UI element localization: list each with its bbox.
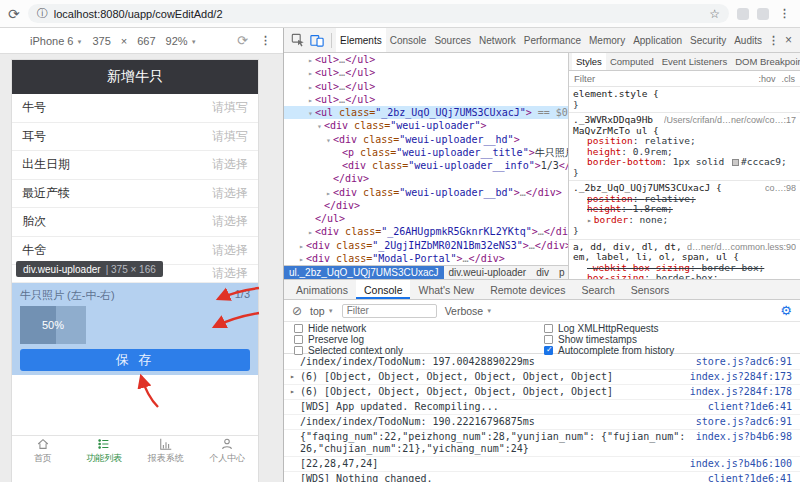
dom-tree-node[interactable]: ▸<div class="Modal-Portal">…</div> [284,252,568,265]
zoom-select[interactable]: 92% ▼ [166,35,197,47]
drawer-tab-search[interactable]: Search [573,280,622,299]
expand-arrow-icon[interactable]: ▸ [290,386,300,398]
console-setting-show-timestamps[interactable]: Show timestamps [544,334,790,345]
form-row[interactable]: 胎次请选择 [12,208,258,237]
form-row[interactable]: 牛号请填写 [12,94,258,123]
disclosure-arrow-icon[interactable]: ▸ [306,54,315,66]
devtools-tab-memory[interactable]: Memory [585,28,629,52]
rotate-icon[interactable]: ⟳ [237,33,248,48]
disclosure-arrow-icon[interactable]: ▸ [324,187,333,199]
expand-arrow-icon[interactable]: ▸ [290,371,300,383]
color-swatch[interactable] [732,159,739,166]
class-toggle[interactable]: .cls [782,74,796,84]
disclosure-arrow-icon[interactable]: ▾ [324,134,333,146]
upload-thumbnail[interactable]: 50% [20,306,86,344]
console-source-link[interactable]: index.js?b4b6:100 [690,458,792,470]
dom-tree-node[interactable]: ▸<div class="_26AHUgpmkR5GknrKL2YKtq">…<… [284,225,568,238]
console-setting-log-xmlhttprequests[interactable]: Log XMLHttpRequests [544,323,790,334]
checkbox[interactable] [294,346,303,355]
drawer-tab-console[interactable]: Console [356,280,411,299]
styles-tab-styles[interactable]: Styles [572,53,606,70]
checkbox[interactable] [544,335,553,344]
devtools-tab-console[interactable]: Console [386,28,431,52]
devtools-tab-security[interactable]: Security [686,28,730,52]
disclosure-arrow-icon[interactable]: ▸ [297,253,306,265]
device-toolbar-menu-icon[interactable]: ⋮ [258,34,273,47]
dom-tree-node[interactable]: ▸<ul>…</ul> [284,93,568,106]
device-height-input[interactable]: 667 [137,35,155,47]
dom-tree-node[interactable]: ▸<ul>…</ul> [284,53,568,66]
devtools-tab-application[interactable]: Application [629,28,686,52]
breadcrumb-item[interactable]: div.weui-uploader [444,266,532,279]
clear-console-icon[interactable]: ⊘ [292,304,302,318]
drawer-tab-remote-devices[interactable]: Remote devices [482,280,573,299]
console-source-link[interactable]: store.js?adc6:91 [696,356,792,368]
styles-tab-dom-breakpoints[interactable]: DOM Breakpoints [731,53,800,70]
log-level-select[interactable]: Verbose▼ [445,305,492,317]
drawer-tab-sensors[interactable]: Sensors [623,280,678,299]
dom-tree-node[interactable]: ▸<ul>…</ul> [284,80,568,93]
browser-menu-icon[interactable]: ⋮ [777,7,792,20]
pseudo-state-toggle[interactable]: :hov [758,74,775,84]
console-setting-hide-network[interactable]: Hide network [294,323,544,334]
tabbar-item-home[interactable]: 首页 [12,436,74,466]
disclosure-arrow-icon[interactable]: ▸ [306,94,315,106]
url-text[interactable]: localhost:8080/uapp/cowEditAdd/2 [54,8,704,20]
extension-icon[interactable] [737,8,749,20]
devtools-tab-audits[interactable]: Audits [730,28,766,52]
devtools-tab-sources[interactable]: Sources [430,28,475,52]
save-button[interactable]: 保 存 [20,349,250,371]
inspect-element-icon[interactable] [289,32,307,48]
stylesheet-link[interactable]: co…:98 [765,183,796,194]
breadcrumb-item[interactable]: ul._2bz_UqO_UQj7UMS3CUxacJ [284,266,444,279]
console-source-link[interactable]: index.js?284f:173 [690,371,792,383]
devtools-tab-elements[interactable]: Elements [336,28,386,52]
form-row[interactable]: 出生日期请选择 [12,151,258,180]
devtools-menu-icon[interactable]: ⋮ [766,34,781,47]
checkbox[interactable] [544,324,553,333]
console-source-link[interactable]: index.js?284f:178 [690,386,792,398]
checkbox[interactable] [294,324,303,333]
extension-icon[interactable] [757,8,769,20]
console-filter-input[interactable] [342,304,437,318]
disclosure-arrow-icon[interactable]: ▸ [306,226,315,238]
disclosure-arrow-icon[interactable]: ▾ [315,120,324,132]
disclosure-arrow-icon[interactable]: ▸ [306,67,315,79]
styles-tab-event-listeners[interactable]: Event Listeners [658,53,731,70]
dom-tree-node[interactable]: ▾<div class="weui-uploader"> [284,119,568,132]
dom-tree-node[interactable]: ▾<div class="weui-uploader__hd"> [284,133,568,146]
dom-tree-node[interactable]: <div class="weui-uploader__info">1/3</di… [284,159,568,172]
checkbox[interactable] [544,346,553,355]
address-bar[interactable]: ⓘ localhost:8080/uapp/cowEditAdd/2 ☆ [28,4,729,23]
checkbox[interactable] [294,335,303,344]
dom-tree-node[interactable]: ▸<div class="_2UgjIHZbMR02N1Bm32eNS3">…<… [284,239,568,252]
drawer-tab-animations[interactable]: Animations [288,280,356,299]
tabbar-item-list[interactable]: 功能列表 [74,436,136,466]
console-source-link[interactable]: index.js?b4b6:98 [696,431,792,455]
console-setting-preserve-log[interactable]: Preserve log [294,334,544,345]
disclosure-arrow-icon[interactable]: ▾ [306,107,315,119]
console-settings-icon[interactable]: ⚙ [780,303,792,318]
dom-tree-node[interactable]: ▸<ul>…</ul> [284,66,568,79]
tabbar-item-profile[interactable]: 个人中心 [197,436,259,466]
stylesheet-link[interactable]: /Users/crifan/d…ner/cow/co…:17 [664,115,796,126]
console-source-link[interactable]: store.js?adc6:91 [696,416,792,428]
disclosure-arrow-icon[interactable]: ▸ [297,240,306,252]
device-toggle-icon[interactable] [309,32,327,48]
styles-tab-computed[interactable]: Computed [606,53,658,70]
dom-tree-node[interactable]: <p class="weui-uploader__title">牛只照片 (左-… [284,146,568,159]
reload-icon[interactable]: ⟳ [8,7,20,21]
css-property[interactable]: ▸border: none; [573,215,796,227]
breadcrumb-item[interactable]: div [531,266,554,279]
console-source-link[interactable]: client?1de6:41 [708,473,792,482]
context-select[interactable]: top▼ [310,305,334,317]
bookmark-star-icon[interactable]: ☆ [709,7,720,21]
dom-tree-node[interactable]: </ul> [284,212,568,225]
breadcrumb-item[interactable]: p [554,266,569,279]
dom-tree-node[interactable]: </div> [284,199,568,212]
form-row[interactable]: 最近产犊请选择 [12,180,258,209]
drawer-tab-what-s-new[interactable]: What's New [410,280,482,299]
expand-property-icon[interactable]: ▸ [587,216,592,225]
tabbar-item-report[interactable]: 报表系统 [135,436,197,466]
devtools-tab-network[interactable]: Network [475,28,520,52]
